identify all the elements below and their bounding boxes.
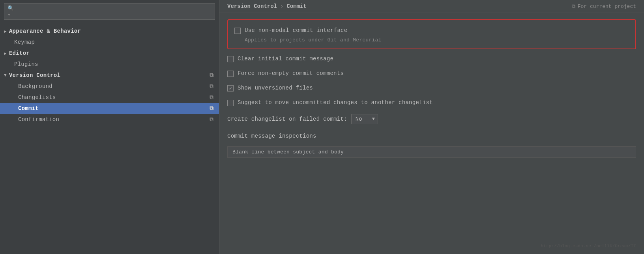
copy-icon: ⧉ <box>210 94 213 101</box>
arrow-icon: ▶ <box>4 29 7 34</box>
create-changelist-row: Create changelist on failed commit: No Y… <box>227 112 636 126</box>
settings-body: Use non-modal commit interface Applies t… <box>219 13 644 246</box>
search-icon: 🔍▾ <box>7 5 17 18</box>
search-input[interactable] <box>19 9 212 15</box>
use-non-modal-label: Use non-modal commit interface <box>245 27 347 34</box>
sidebar-item-plugins[interactable]: Plugins <box>0 59 219 70</box>
use-non-modal-row: Use non-modal commit interface <box>234 26 629 35</box>
no-dropdown-wrapper: No Yes Ask ▼ <box>351 114 378 124</box>
sidebar-item-label: Plugins <box>14 61 38 67</box>
search-bar: 🔍▾ <box>0 0 219 23</box>
breadcrumb: Version Control › Commit ⧉ For current p… <box>219 0 644 13</box>
breadcrumb-project-label: For current project <box>578 4 636 9</box>
inspections-table: Blank line between subject and body <box>227 146 636 158</box>
suggest-move-checkbox[interactable] <box>227 100 234 106</box>
show-unversioned-row: Show unversioned files <box>227 83 636 93</box>
copy-icon: ⧉ <box>210 105 213 112</box>
arrow-icon: ▼ <box>4 73 7 78</box>
inspections-title: Commit message inspections <box>227 131 636 140</box>
footer-link: http://blog.csdn.net/neilID/Dream/IT <box>219 242 640 250</box>
sidebar-item-editor[interactable]: ▶ Editor <box>0 48 219 59</box>
clear-initial-label: Clear initial commit message <box>238 56 333 62</box>
table-cell-blank-line: Blank line between subject and body <box>228 147 636 158</box>
force-non-empty-checkbox[interactable] <box>227 71 234 77</box>
use-non-modal-checkbox[interactable] <box>234 28 241 34</box>
sidebar-item-commit[interactable]: Commit ⧉ <box>0 103 219 114</box>
sidebar: 🔍▾ ▶ Appearance & Behavior Keymap ▶ Edit… <box>0 0 219 254</box>
sidebar-item-label: Version Control <box>9 72 60 78</box>
suggest-move-row: Suggest to move uncommitted changes to a… <box>227 98 636 108</box>
copy-icon: ⧉ <box>210 72 213 78</box>
create-changelist-label: Create changelist on failed commit: <box>227 116 347 122</box>
sidebar-item-label: Appearance & Behavior <box>9 28 81 34</box>
breadcrumb-parent[interactable]: Version Control <box>227 3 277 9</box>
show-unversioned-label: Show unversioned files <box>238 85 313 91</box>
nav-list: ▶ Appearance & Behavior Keymap ▶ Editor … <box>0 23 219 254</box>
show-unversioned-checkbox[interactable] <box>227 85 234 92</box>
breadcrumb-project-icon: ⧉ <box>572 4 575 9</box>
breadcrumb-current: Commit <box>286 3 306 9</box>
sidebar-item-label: Commit <box>18 105 39 112</box>
force-non-empty-label: Force non-empty commit comments <box>238 70 344 77</box>
sidebar-item-label: Changelists <box>18 94 56 101</box>
sidebar-item-version-control[interactable]: ▼ Version Control ⧉ <box>0 70 219 81</box>
highlighted-box: Use non-modal commit interface Applies t… <box>227 19 636 49</box>
breadcrumb-right: ⧉ For current project <box>572 4 636 9</box>
arrow-icon: ▶ <box>4 51 7 56</box>
sidebar-item-label: Keymap <box>14 39 35 45</box>
sidebar-item-label: Editor <box>9 50 30 56</box>
sidebar-item-confirmation[interactable]: Confirmation ⧉ <box>0 114 219 125</box>
main-content: Version Control › Commit ⧉ For current p… <box>219 0 644 254</box>
suggest-move-label: Suggest to move uncommitted changes to a… <box>238 99 433 106</box>
sidebar-item-label: Confirmation <box>18 116 59 123</box>
clear-initial-row: Clear initial commit message <box>227 54 636 64</box>
create-changelist-dropdown[interactable]: No Yes Ask <box>351 114 378 124</box>
copy-icon: ⧉ <box>210 83 213 90</box>
breadcrumb-separator: › <box>280 3 283 9</box>
clear-initial-checkbox[interactable] <box>227 56 234 62</box>
sidebar-item-changelists[interactable]: Changelists ⧉ <box>0 92 219 103</box>
force-non-empty-row: Force non-empty commit comments <box>227 69 636 78</box>
copy-icon: ⧉ <box>210 116 213 123</box>
search-input-wrapper[interactable]: 🔍▾ <box>4 3 215 20</box>
table-row[interactable]: Blank line between subject and body <box>228 147 636 158</box>
sidebar-item-background[interactable]: Background ⧉ <box>0 81 219 92</box>
use-non-modal-sublabel: Applies to projects under Git and Mercur… <box>234 37 629 43</box>
sidebar-item-appearance-behavior[interactable]: ▶ Appearance & Behavior <box>0 26 219 37</box>
sidebar-item-keymap[interactable]: Keymap <box>0 37 219 48</box>
sidebar-item-label: Background <box>18 83 52 90</box>
